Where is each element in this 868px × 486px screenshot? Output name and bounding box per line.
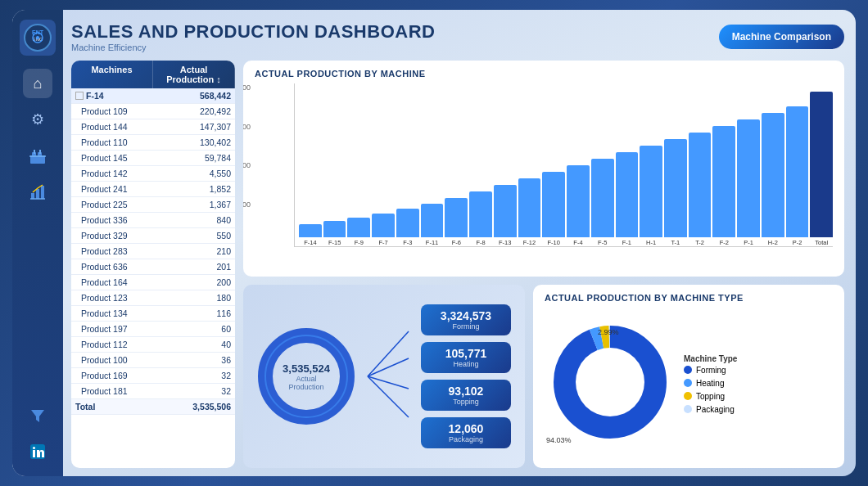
bar [567, 165, 590, 237]
bar-group: P-1 [737, 92, 760, 246]
bar-label: F-10 [548, 239, 560, 246]
donut-svg [545, 317, 676, 448]
content-area: SALES AND PRODUCTION DASHBOARD Machine E… [63, 10, 856, 476]
bar-label: F-11 [426, 239, 438, 246]
center-donut-label: Actual Production [282, 375, 331, 391]
table-row[interactable]: Product 19760 [71, 322, 235, 337]
table-body[interactable]: F-14568,442Product 109220,492Product 144… [71, 88, 235, 415]
bar-label: F-2 [720, 239, 729, 246]
bar [689, 133, 712, 237]
factory-nav-item[interactable] [23, 141, 52, 170]
legend-title: Machine Type [684, 354, 737, 363]
bar-chart-panel: ACTUAL PRODUCTION BY MACHINE 01,000,0002… [243, 61, 844, 277]
filter-nav-item[interactable] [23, 401, 52, 430]
bar-label: F-4 [573, 239, 582, 246]
flow-box: 3,324,573Forming [421, 304, 511, 335]
legend-label: Forming [696, 366, 726, 375]
svg-marker-15 [31, 410, 44, 422]
bar-label: T-1 [671, 239, 680, 246]
bar-label: T-2 [695, 239, 704, 246]
svg-rect-13 [41, 186, 44, 199]
bar-label: F-9 [355, 239, 364, 246]
legend-item: Packaging [684, 405, 737, 414]
main-grid: Machines Actual Production ↕ F-14568,442… [71, 61, 844, 468]
table-row[interactable]: Product 16932 [71, 368, 235, 384]
legend-dot [684, 366, 692, 374]
table-panel: Machines Actual Production ↕ F-14568,442… [71, 61, 235, 468]
legend-container: Machine Type FormingHeatingToppingPackag… [684, 354, 737, 414]
chart-area: F-14F-15F-9F-7F-3F-11F-6F-8F-13F-12F-10F… [294, 83, 833, 247]
table-row[interactable]: Product 123180 [71, 290, 235, 306]
page-title: SALES AND PRODUCTION DASHBOARD [71, 21, 706, 43]
flow-lines [364, 311, 413, 442]
table-row[interactable]: Product 109220,492 [71, 104, 235, 119]
bar-label: F-12 [523, 239, 536, 246]
settings-nav-item[interactable]: ⚙ [23, 105, 52, 134]
table-row[interactable]: Product 336840 [71, 213, 235, 228]
table-row[interactable]: Product 164200 [71, 275, 235, 290]
table-row[interactable]: Product 2251,367 [71, 197, 235, 213]
chart-nav-item[interactable] [23, 177, 52, 206]
machine-comparison-button[interactable]: Machine Comparison [719, 25, 844, 49]
bar-label: F-5 [598, 239, 607, 246]
table-row[interactable]: Product 144147,307 [71, 119, 235, 135]
table-header: Machines Actual Production ↕ [71, 61, 235, 88]
svg-rect-8 [29, 155, 46, 157]
home-nav-item[interactable]: ⌂ [23, 69, 52, 98]
svg-rect-17 [33, 450, 35, 457]
linkedin-nav-item[interactable] [23, 437, 52, 466]
table-row[interactable]: Product 2411,852 [71, 182, 235, 197]
bar [712, 126, 735, 237]
flow-box-label: Heating [432, 360, 500, 368]
flow-box: 12,060Packaging [421, 417, 511, 448]
table-row[interactable]: Product 110130,402 [71, 135, 235, 151]
bar [810, 92, 833, 237]
bar-label: F-6 [452, 239, 461, 246]
table-row[interactable]: Product 636201 [71, 259, 235, 275]
table-row[interactable]: Product 134116 [71, 306, 235, 322]
svg-rect-10 [39, 150, 41, 154]
bar-label: F-15 [328, 239, 341, 246]
col-production: Actual Production ↕ [153, 61, 235, 88]
y-axis-label: 3,000,000 [243, 123, 251, 131]
bar-label: F-14 [304, 239, 316, 246]
bar-label: F-13 [499, 239, 511, 246]
svg-point-30 [576, 348, 644, 416]
main-container: ENT ENG ⌂ ⚙ [12, 10, 856, 476]
bar [786, 106, 809, 237]
table-row[interactable]: Product 11240 [71, 337, 235, 353]
bar [542, 172, 565, 237]
legend-dot [684, 392, 692, 400]
table-row[interactable]: Product 1424,550 [71, 166, 235, 182]
table-row[interactable]: Product 283210 [71, 244, 235, 259]
logo: ENT ENG [20, 20, 56, 56]
table-row[interactable]: Product 329550 [71, 228, 235, 244]
bar [494, 185, 517, 237]
legend-label: Heating [696, 379, 724, 388]
svg-rect-9 [34, 150, 35, 154]
bar-group: F-10 [542, 92, 565, 246]
center-donut-value: 3,535,524 [282, 362, 331, 375]
flow-boxes: 3,324,573Forming105,771Heating93,102Topp… [421, 304, 511, 448]
donut-chart-row: 2.99% 94.03% Machine Type FormingHeating… [545, 308, 833, 460]
legend-label: Topping [696, 392, 725, 401]
bar [396, 209, 419, 237]
table-row[interactable]: Product 18132 [71, 384, 235, 399]
y-axis-label: 4,000,000 [243, 83, 251, 92]
bar [664, 139, 687, 237]
table-row[interactable]: Product 14559,784 [71, 151, 235, 166]
table-row[interactable]: Product 10036 [71, 353, 235, 368]
table-row[interactable]: F-14568,442 [71, 88, 235, 104]
bar-label: H-1 [646, 239, 656, 246]
header-title-block: SALES AND PRODUCTION DASHBOARD Machine E… [71, 21, 706, 52]
bar-label: H-2 [768, 239, 778, 246]
flow-box-label: Topping [432, 398, 500, 406]
svg-rect-11 [31, 193, 34, 199]
bar-group: F-1 [616, 92, 639, 246]
flow-box-value: 93,102 [432, 385, 500, 398]
bar-group: F-4 [567, 92, 590, 246]
bar-label: F-1 [622, 239, 631, 246]
bar-group: H-1 [640, 92, 662, 246]
bar-group: F-5 [591, 92, 614, 246]
bar-group: F-14 [299, 92, 322, 246]
